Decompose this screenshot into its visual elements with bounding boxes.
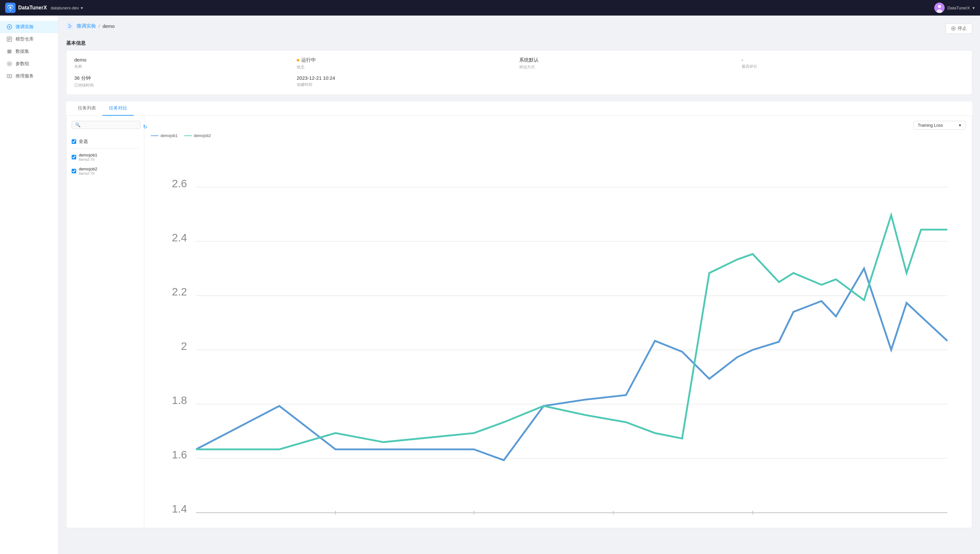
avatar-image <box>934 3 945 13</box>
info-eval-value: 系统默认 <box>519 57 742 63</box>
demojob1-line <box>196 269 948 460</box>
chart-header: Training Loss ▾ <box>151 121 966 130</box>
info-duration-label: 已持续时间 <box>74 83 297 88</box>
legend-label-1: demojob1 <box>161 134 178 138</box>
sidebar-label-model: 模型仓库 <box>16 36 34 42</box>
info-eval-label: 评估方式 <box>519 64 742 70</box>
metric-chevron: ▾ <box>959 123 961 127</box>
logo-icon <box>5 3 16 13</box>
svg-text:100: 100 <box>465 519 483 522</box>
topbar: DataTunerX datatunerx-dev ▾ DataTunerX ▾ <box>0 0 980 16</box>
svg-text:200: 200 <box>744 519 762 522</box>
legend-line-1 <box>151 135 159 136</box>
finetune-icon <box>6 24 12 30</box>
info-duration: 36 分钟 已持续时间 <box>74 75 297 88</box>
info-status: 运行中 状态 <box>297 57 519 70</box>
info-name-label: 名称 <box>74 64 297 69</box>
logo: DataTunerX <box>5 3 47 13</box>
legend-item-1: demojob1 <box>151 134 178 138</box>
info-score-value: - <box>742 57 964 62</box>
sidebar-item-inference[interactable]: 推理服务 <box>0 70 58 82</box>
metric-label: Training Loss <box>918 123 943 127</box>
inference-icon <box>6 73 12 79</box>
user-name: DataTunerX <box>947 5 970 10</box>
info-created: 2023-12-21 10:24 创建时间 <box>297 75 519 88</box>
workspace-name: datatunerx-dev <box>51 5 79 10</box>
breadcrumb-parent[interactable]: 微调实验 <box>77 23 96 29</box>
svg-point-3 <box>938 5 941 8</box>
info-row-2: 36 分钟 已持续时间 2023-12-21 10:24 创建时间 <box>74 75 964 88</box>
search-row: 🔍 ↻ <box>72 121 139 133</box>
tabs-container: 任务列表 任务对比 🔍 ↻ <box>66 102 972 528</box>
job1-info: demojob1 llama2-7b <box>79 153 97 161</box>
avatar <box>934 3 945 13</box>
select-all-checkbox[interactable] <box>72 139 76 144</box>
demojob2-line <box>196 215 948 449</box>
svg-text:1.4: 1.4 <box>172 503 187 515</box>
sidebar-item-dataset[interactable]: 数据集 <box>0 45 58 58</box>
tabs: 任务列表 任务对比 <box>66 102 972 116</box>
info-created-value: 2023-12-21 10:24 <box>297 75 519 81</box>
search-box: 🔍 <box>72 121 140 129</box>
search-input[interactable] <box>82 123 137 127</box>
sidebar-item-finetune[interactable]: 微调实验 <box>0 21 58 33</box>
topbar-right[interactable]: DataTunerX ▾ <box>934 3 975 13</box>
tab-task-compare[interactable]: 任务对比 <box>102 102 134 116</box>
search-icon: 🔍 <box>75 123 80 127</box>
workspace-chevron: ▾ <box>81 5 83 10</box>
stop-button[interactable]: 停止 <box>946 23 972 34</box>
logo-text: DataTunerX <box>18 5 47 11</box>
svg-text:2: 2 <box>181 340 187 352</box>
info-row-1: demo 名称 运行中 状态 系统默认 评估方式 - 最高评分 <box>74 57 964 70</box>
job2-model: llama2-7b <box>79 171 97 175</box>
workspace-selector[interactable]: datatunerx-dev ▾ <box>51 5 83 10</box>
job1-checkbox[interactable] <box>72 155 76 159</box>
params-icon <box>6 61 12 67</box>
left-panel: 🔍 ↻ 全选 <box>67 116 144 528</box>
breadcrumb: 微调实验 / demo <box>66 22 115 30</box>
legend: demojob1 demojob2 <box>151 134 966 138</box>
job-item-2: demojob2 llama2-7b <box>72 165 139 177</box>
job2-info: demojob2 llama2-7b <box>79 167 97 175</box>
select-all-label: 全选 <box>79 138 88 145</box>
dataset-icon <box>6 49 12 54</box>
svg-rect-12 <box>953 28 954 29</box>
right-panel: Training Loss ▾ demojob1 <box>144 116 972 528</box>
metric-selector[interactable]: Training Loss ▾ <box>913 121 966 130</box>
svg-point-7 <box>8 63 10 65</box>
job1-model: llama2-7b <box>79 158 97 161</box>
main-content: 微调实验 / demo 停止 基本信息 demo 名称 <box>58 16 980 554</box>
svg-text:2.6: 2.6 <box>172 178 187 189</box>
info-duration-value: 36 分钟 <box>74 75 297 81</box>
svg-text:50: 50 <box>329 519 342 522</box>
legend-label-2: demojob2 <box>194 134 211 138</box>
job2-checkbox[interactable] <box>72 169 76 174</box>
legend-line-2 <box>184 135 192 136</box>
info-created-label: 创建时间 <box>297 82 519 88</box>
topbar-left: DataTunerX datatunerx-dev ▾ <box>5 3 83 13</box>
svg-point-8 <box>7 62 12 66</box>
sidebar-item-model[interactable]: 模型仓库 <box>0 33 58 45</box>
sidebar: 微调实验 模型仓库 数据集 参数组 <box>0 16 58 554</box>
info-status-label: 状态 <box>297 64 519 70</box>
tab-task-list[interactable]: 任务列表 <box>71 102 102 116</box>
comparison-layout: 🔍 ↻ 全选 <box>67 116 972 528</box>
info-score-label: 最高评分 <box>742 64 964 69</box>
info-name-value: demo <box>74 57 297 62</box>
legend-item-2: demojob2 <box>184 134 211 138</box>
sidebar-item-params[interactable]: 参数组 <box>0 58 58 70</box>
info-name: demo 名称 <box>74 57 297 70</box>
sidebar-label-finetune: 微调实验 <box>16 24 34 30</box>
select-all-item[interactable]: 全选 <box>72 137 139 146</box>
divider-1 <box>72 148 139 149</box>
info-score: - 最高评分 <box>742 57 964 70</box>
sidebar-label-inference: 推理服务 <box>16 73 34 79</box>
breadcrumb-icon <box>66 22 74 30</box>
svg-point-1 <box>10 7 11 9</box>
svg-text:1.8: 1.8 <box>172 394 187 406</box>
info-status-value: 运行中 <box>297 57 519 63</box>
job1-name: demojob1 <box>79 153 97 158</box>
chart-container: 2.6 2.4 2.2 2 1.8 1.6 1.4 <box>151 142 966 522</box>
section-title: 基本信息 <box>66 40 972 46</box>
svg-text:2.2: 2.2 <box>172 286 187 298</box>
